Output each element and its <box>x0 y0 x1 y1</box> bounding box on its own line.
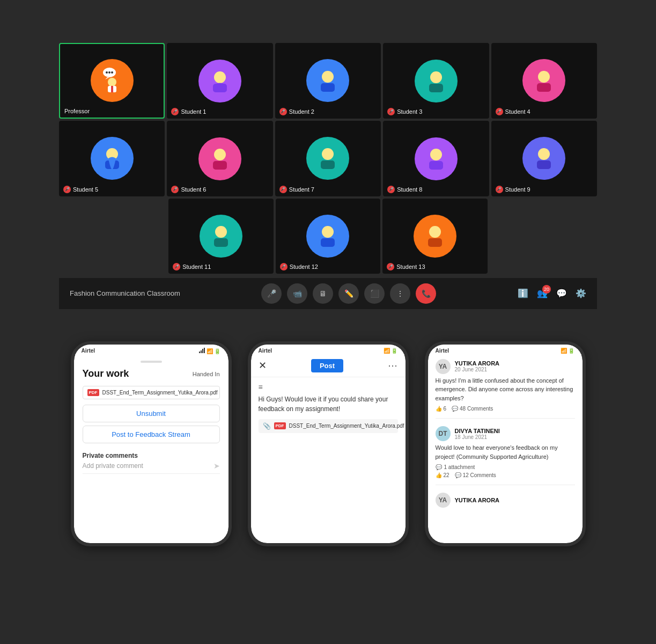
student7-name-text: Student 7 <box>289 186 314 193</box>
svg-point-13 <box>322 71 334 83</box>
activities-button[interactable]: ⚙️ <box>576 288 586 298</box>
student2-label: 🎤 Student 2 <box>279 108 314 115</box>
student11-label: 🎤 Student 11 <box>173 263 211 270</box>
student5-label: 🎤 Student 5 <box>63 186 98 193</box>
feed-username-1: YUTIKA ARORA <box>455 360 500 367</box>
your-work-title: Your work <box>83 368 129 379</box>
mute-icon-student13: 🎤 <box>387 263 394 270</box>
video-section: Professor 🎤 Student 1 🎤 Student 2 <box>0 0 656 320</box>
video-cell-student4[interactable]: 🎤 Student 4 <box>491 43 597 119</box>
professor-name-text: Professor <box>64 108 90 114</box>
mute-icon-student2: 🎤 <box>279 108 287 115</box>
svg-rect-20 <box>537 83 551 92</box>
mute-icon-student9: 🎤 <box>496 186 503 193</box>
comment-action-1[interactable]: 💬 48 Comments <box>452 406 493 412</box>
end-call-button[interactable]: 📞 <box>416 283 436 304</box>
compose-text[interactable]: Hi Guys! Would love it if you could shar… <box>259 394 398 414</box>
student13-avatar <box>414 215 456 258</box>
student13-label: 🎤 Student 13 <box>387 263 425 270</box>
video-cell-student5[interactable]: 🎤 Student 5 <box>59 121 165 196</box>
video-cell-student9[interactable]: 🎤 Student 9 <box>491 121 597 196</box>
like-action-2[interactable]: 👍 22 <box>436 472 449 478</box>
chat-button[interactable]: 💬 <box>556 288 567 298</box>
video-cell-student3[interactable]: 🎤 Student 3 <box>383 43 489 119</box>
feed-avatar-3: YA <box>436 493 451 508</box>
more-button[interactable]: ⋮ <box>390 283 410 304</box>
svg-rect-26 <box>213 161 227 170</box>
svg-point-25 <box>214 149 226 160</box>
video-cell-student12[interactable]: 🎤 Student 12 <box>276 199 381 274</box>
mic-button[interactable]: 🎤 <box>261 283 282 304</box>
more-options-button[interactable]: ⋯ <box>388 360 397 371</box>
video-cell-student6[interactable]: 🎤 Student 6 <box>167 121 272 196</box>
phones-section: Airtel 📶 🔋 Your work Handed In PDF DSST_… <box>0 320 656 568</box>
video-grid-row1: Professor 🎤 Student 1 🎤 Student 2 <box>59 43 597 119</box>
svg-point-10 <box>214 71 226 83</box>
unsubmit-button[interactable]: Unsubmit <box>83 405 220 422</box>
attachment-count: 1 attachment <box>444 464 475 470</box>
video-button[interactable]: 📹 <box>287 283 307 304</box>
phone1-icons: 📶 🔋 <box>199 348 221 354</box>
student4-label: 🎤 Student 4 <box>496 108 530 115</box>
svg-rect-41 <box>321 238 335 247</box>
professor-avatar <box>91 59 134 102</box>
whiteboard-button[interactable]: ✏️ <box>338 283 359 304</box>
layout-button[interactable]: ⬛ <box>364 283 385 304</box>
feed-avatar-2: DT <box>436 426 451 441</box>
phone3-content: YA YUTIKA ARORA 20 June 2021 Hi guys! I'… <box>428 355 583 529</box>
mute-icon-student6: 🎤 <box>171 186 179 193</box>
mute-icon-student3: 🎤 <box>387 108 395 115</box>
student8-name-text: Student 8 <box>397 186 422 193</box>
phone3-carrier: Airtel <box>436 348 449 354</box>
student1-name-text: Student 1 <box>181 108 206 115</box>
post-button[interactable]: Post <box>311 359 343 372</box>
svg-point-3 <box>108 71 110 74</box>
svg-rect-17 <box>429 84 443 92</box>
comment-action-2[interactable]: 💬 12 Comments <box>455 472 496 478</box>
private-comments-label: Private comments <box>83 452 220 459</box>
phone3-screen: Airtel 📶 🔋 YA YUTIKA ARORA 20 June 2021 … <box>428 345 583 543</box>
video-cell-student7[interactable]: 🎤 Student 7 <box>275 121 381 196</box>
screen-share-button[interactable]: 🖥 <box>313 283 333 304</box>
svg-rect-32 <box>429 161 443 170</box>
feed-item-2: DT DIVYA TATINENI 18 June 2021 Would lov… <box>436 426 575 485</box>
feed-actions-2: 👍 22 💬 12 Comments <box>436 472 575 478</box>
participants-button[interactable]: 👥 20 <box>537 288 548 298</box>
student6-avatar <box>198 137 241 180</box>
student5-name-text: Student 5 <box>73 186 98 193</box>
svg-rect-38 <box>214 238 228 247</box>
toolbar-controls: 🎤 📹 🖥 ✏️ ⬛ ⋮ 📞 <box>261 283 436 304</box>
student2-name-text: Student 2 <box>289 108 314 115</box>
student12-label: 🎤 Student 12 <box>280 263 318 270</box>
student4-name-text: Student 4 <box>505 108 530 115</box>
svg-rect-44 <box>428 238 442 247</box>
svg-rect-11 <box>213 84 227 92</box>
video-cell-student2[interactable]: 🎤 Student 2 <box>275 43 381 119</box>
send-icon[interactable]: ➤ <box>213 462 220 470</box>
attachment-pdf-icon: PDF <box>274 422 286 429</box>
attachment-file-name: DSST_End_Term_Assignment_Yutika_Arora.pd… <box>289 423 404 429</box>
student7-avatar <box>306 137 349 180</box>
student4-avatar <box>522 59 565 102</box>
video-cell-student11[interactable]: 🎤 Student 11 <box>168 199 274 274</box>
svg-point-4 <box>111 71 113 74</box>
video-cell-professor[interactable]: Professor <box>59 43 165 119</box>
like-action-1[interactable]: 👍 6 <box>436 406 447 412</box>
feed-item-1: YA YUTIKA ARORA 20 June 2021 Hi guys! I'… <box>436 359 575 419</box>
video-cell-student8[interactable]: 🎤 Student 8 <box>383 121 489 196</box>
feed-user-row-3: YA YUTIKA ARORA <box>436 493 575 508</box>
attachment-indicator: 💬 1 attachment <box>436 464 575 470</box>
info-button[interactable]: ℹ️ <box>518 288 528 298</box>
student1-avatar <box>198 60 241 103</box>
student9-avatar <box>522 137 565 180</box>
phone2-body: ≡ Hi Guys! Would love it if you could sh… <box>251 377 406 438</box>
student3-label: 🎤 Student 3 <box>387 108 422 115</box>
close-compose-button[interactable]: ✕ <box>259 360 267 371</box>
add-comment-placeholder[interactable]: Add private comment <box>83 462 143 470</box>
feed-user-row-1: YA YUTIKA ARORA 20 June 2021 <box>436 359 575 374</box>
svg-point-31 <box>430 149 442 160</box>
student11-avatar <box>200 215 242 258</box>
post-to-feedback-button[interactable]: Post to Feedback Stream <box>83 426 220 443</box>
video-cell-student1[interactable]: 🎤 Student 1 <box>167 43 272 119</box>
video-cell-student13[interactable]: 🎤 Student 13 <box>382 199 488 274</box>
